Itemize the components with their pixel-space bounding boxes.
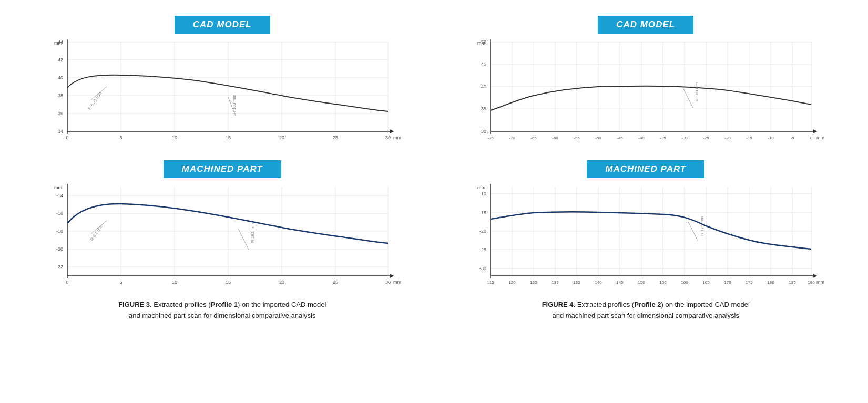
svg-text:155: 155 bbox=[660, 280, 667, 285]
svg-text:115: 115 bbox=[487, 280, 495, 285]
svg-text:R 180 mm: R 180 mm bbox=[695, 82, 699, 101]
chart-section-fig3-cad: CAD MODEL mm 44 42 40 38 36 34 bbox=[26, 16, 418, 147]
svg-text:180: 180 bbox=[768, 280, 775, 285]
chart-title-fig3-cad: CAD MODEL bbox=[175, 16, 270, 34]
svg-text:-20: -20 bbox=[56, 246, 63, 252]
svg-text:42: 42 bbox=[58, 57, 63, 63]
svg-text:mm: mm bbox=[816, 135, 824, 140]
svg-text:-15: -15 bbox=[479, 210, 486, 215]
svg-text:36: 36 bbox=[58, 111, 63, 116]
svg-text:120: 120 bbox=[509, 280, 516, 285]
svg-text:R 179 mm: R 179 mm bbox=[700, 216, 704, 236]
svg-text:50: 50 bbox=[481, 39, 486, 45]
svg-text:-75: -75 bbox=[487, 136, 494, 140]
svg-text:mm: mm bbox=[477, 185, 485, 190]
svg-text:40: 40 bbox=[481, 84, 486, 89]
svg-text:mm: mm bbox=[816, 280, 824, 285]
figure4-text3: and machined part scan for dimensional c… bbox=[552, 312, 739, 319]
svg-text:R 6.35 mm: R 6.35 mm bbox=[87, 91, 103, 110]
svg-text:-10: -10 bbox=[479, 191, 486, 197]
svg-text:mm: mm bbox=[393, 280, 401, 285]
svg-text:44: 44 bbox=[58, 39, 63, 45]
chart-section-fig4-machined: MACHINED PART mm -10 -15 -20 -25 bbox=[450, 160, 842, 292]
svg-text:-14: -14 bbox=[56, 193, 63, 198]
svg-text:10: 10 bbox=[172, 135, 177, 140]
svg-text:30: 30 bbox=[385, 280, 391, 285]
svg-text:160: 160 bbox=[681, 280, 689, 285]
svg-text:35: 35 bbox=[481, 106, 486, 111]
svg-text:-35: -35 bbox=[660, 136, 666, 140]
svg-text:-60: -60 bbox=[552, 136, 558, 140]
svg-text:mm: mm bbox=[54, 185, 62, 190]
svg-text:20: 20 bbox=[279, 280, 284, 285]
svg-text:-15: -15 bbox=[746, 136, 752, 140]
svg-text:125: 125 bbox=[530, 280, 538, 285]
svg-text:190: 190 bbox=[808, 280, 815, 285]
svg-text:40: 40 bbox=[58, 75, 63, 80]
svg-text:30: 30 bbox=[481, 129, 486, 134]
figure3-text2: ) on the imported CAD model bbox=[238, 301, 326, 308]
svg-text:-25: -25 bbox=[703, 136, 709, 140]
svg-text:-40: -40 bbox=[638, 136, 645, 140]
svg-text:25: 25 bbox=[333, 280, 338, 285]
figure4-text2: ) on the imported CAD model bbox=[661, 301, 750, 308]
svg-text:0: 0 bbox=[66, 135, 68, 140]
figure4-caption: FIGURE 4. Extracted profiles (Profile 2)… bbox=[450, 299, 842, 322]
svg-text:5: 5 bbox=[119, 135, 122, 140]
figure4-label: FIGURE 4. bbox=[542, 301, 576, 308]
svg-text:20: 20 bbox=[279, 135, 284, 140]
svg-text:R 180 mm: R 180 mm bbox=[232, 95, 237, 114]
chart-section-fig4-cad: CAD MODEL mm 50 45 40 35 30 bbox=[450, 16, 842, 147]
chart-title-fig4-machined: MACHINED PART bbox=[587, 160, 704, 178]
figure3-text1: Extracted profiles ( bbox=[154, 301, 210, 308]
svg-text:-16: -16 bbox=[56, 211, 63, 216]
chart-svg-fig3-machined: mm -14 -16 -18 -20 -22 0 5 10 15 20 bbox=[38, 181, 406, 292]
svg-text:5: 5 bbox=[119, 280, 122, 285]
svg-text:175: 175 bbox=[746, 280, 753, 285]
svg-text:135: 135 bbox=[574, 280, 581, 285]
chart-title-fig3-machined: MACHINED PART bbox=[164, 160, 281, 178]
figure3-profile-bold: Profile 1 bbox=[211, 301, 238, 308]
chart-section-fig3-machined: MACHINED PART mm -14 -16 -18 -20 bbox=[26, 160, 418, 292]
svg-text:-20: -20 bbox=[724, 136, 731, 140]
svg-text:10: 10 bbox=[172, 280, 177, 285]
figure4-text1: Extracted profiles ( bbox=[577, 301, 634, 308]
svg-text:145: 145 bbox=[617, 280, 624, 285]
chart-svg-fig3-cad: mm 44 42 40 38 36 34 0 5 10 15 bbox=[38, 37, 406, 147]
figure3-label: FIGURE 3. bbox=[118, 301, 152, 308]
svg-text:25: 25 bbox=[333, 135, 338, 140]
svg-text:130: 130 bbox=[552, 280, 559, 285]
svg-text:R 182 mm: R 182 mm bbox=[250, 223, 255, 243]
svg-text:-30: -30 bbox=[479, 266, 486, 271]
svg-text:15: 15 bbox=[226, 135, 231, 140]
svg-text:150: 150 bbox=[638, 280, 646, 285]
svg-text:-5: -5 bbox=[791, 136, 795, 140]
svg-text:R 6.1 mm: R 6.1 mm bbox=[89, 224, 103, 242]
svg-text:-10: -10 bbox=[768, 136, 774, 140]
svg-text:mm: mm bbox=[393, 135, 401, 140]
svg-text:0: 0 bbox=[66, 280, 68, 285]
svg-text:38: 38 bbox=[58, 93, 63, 98]
chart-svg-fig4-cad: mm 50 45 40 35 30 -75 -70 -65 -60 - bbox=[462, 37, 830, 147]
figure3-text3: and machined part scan for dimensional c… bbox=[129, 312, 316, 319]
svg-text:-50: -50 bbox=[595, 136, 601, 140]
svg-text:165: 165 bbox=[703, 280, 710, 285]
svg-text:-30: -30 bbox=[681, 136, 688, 140]
svg-text:-22: -22 bbox=[56, 264, 63, 270]
svg-text:-45: -45 bbox=[617, 136, 623, 140]
svg-rect-0 bbox=[67, 42, 388, 131]
svg-text:-25: -25 bbox=[479, 247, 486, 252]
svg-text:-65: -65 bbox=[530, 136, 537, 140]
svg-text:0: 0 bbox=[810, 136, 813, 140]
svg-line-82 bbox=[682, 87, 693, 108]
svg-text:-20: -20 bbox=[479, 229, 486, 234]
svg-text:-70: -70 bbox=[509, 136, 515, 140]
chart-svg-fig4-machined: mm -10 -15 -20 -25 -30 115 120 125 bbox=[462, 181, 830, 292]
svg-text:-55: -55 bbox=[574, 136, 580, 140]
chart-title-fig4-cad: CAD MODEL bbox=[598, 16, 693, 34]
svg-text:30: 30 bbox=[385, 135, 391, 140]
svg-text:45: 45 bbox=[481, 61, 486, 67]
svg-line-116 bbox=[238, 229, 249, 250]
svg-text:185: 185 bbox=[789, 280, 796, 285]
svg-text:170: 170 bbox=[724, 280, 732, 285]
